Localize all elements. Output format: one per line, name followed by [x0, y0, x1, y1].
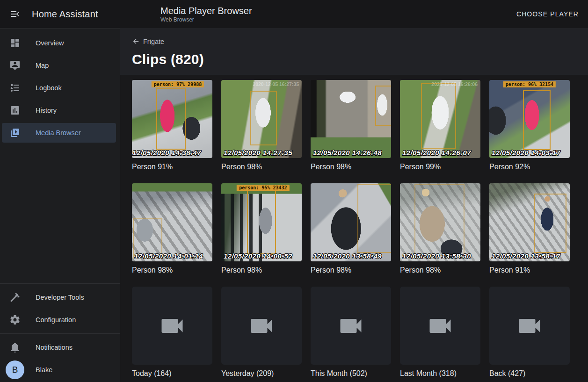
clip-thumbnail[interactable]: 12/05/2020 14:26:48	[311, 80, 391, 158]
clip-item[interactable]: 2020-12-05 16:26:06 12/05/2020 14:26:07 …	[400, 80, 480, 171]
play-box-multiple-icon	[9, 127, 21, 138]
timestamp-overlay: 12/05/2020 14:26:07	[402, 149, 471, 157]
hammer-icon	[9, 292, 21, 303]
bell-icon	[9, 342, 21, 353]
sidebar-item-label: Map	[36, 62, 49, 69]
timestamp-overlay: 12/05/2020 13:58:49	[313, 252, 382, 260]
menu-open-icon	[9, 8, 21, 20]
clip-item[interactable]: 2020-12-05 16:27:35 12/05/2020 14:27:35 …	[221, 80, 302, 171]
clip-caption: Person 99%	[400, 162, 480, 171]
clip-thumbnail[interactable]: person: 97% 29988 12/05/2020 14:38:47	[132, 80, 212, 158]
sidebar-item-overview[interactable]: Overview	[0, 32, 120, 54]
detection-box	[357, 184, 391, 253]
folder-caption: Back (427)	[489, 369, 570, 378]
clip-item[interactable]: person: 95% 23432 12/05/2020 14:00:52 Pe…	[221, 183, 302, 274]
sidebar-item-profile[interactable]: B Blake	[0, 359, 120, 381]
sidebar-item-label: Media Browser	[36, 129, 81, 137]
timestamp-overlay: 12/05/2020 14:03:17	[492, 149, 560, 157]
choose-player-button[interactable]: CHOOSE PLAYER	[509, 6, 586, 22]
clip-thumbnail[interactable]: 12/05/2020 13:58:30	[400, 183, 480, 261]
sidebar-item-label: Configuration	[36, 316, 76, 324]
detection-box	[375, 86, 391, 126]
sidebar-item-history[interactable]: History	[0, 99, 120, 122]
clip-caption: Person 98%	[221, 162, 302, 171]
sidebar-toggle-button[interactable]	[4, 3, 26, 25]
timestamp-overlay: 12/05/2020 13:58:17	[492, 252, 560, 260]
media-grid-area: person: 97% 29988 12/05/2020 14:38:47 Pe…	[120, 75, 588, 382]
media-grid: person: 97% 29988 12/05/2020 14:38:47 Pe…	[132, 80, 570, 378]
breadcrumb-label: Frigate	[143, 38, 164, 45]
folder-item-yesterday[interactable]: Yesterday (209)	[221, 287, 302, 378]
clip-item[interactable]: person: 96% 32154 12/05/2020 14:03:17 Pe…	[489, 80, 570, 171]
clip-thumbnail[interactable]: 12/05/2020 13:58:17	[489, 183, 570, 261]
folder-thumbnail[interactable]	[311, 287, 391, 365]
sidebar: Overview Map Logbook History Media Brows…	[0, 28, 120, 382]
clip-caption: Person 91%	[132, 162, 212, 171]
page-title: Clips (820)	[132, 51, 577, 67]
clip-thumbnail[interactable]: 12/05/2020 14:01:14	[132, 183, 212, 261]
folder-item-back[interactable]: Back (427)	[489, 287, 570, 378]
sidebar-item-map[interactable]: Map	[0, 54, 120, 77]
clip-item[interactable]: 12/05/2020 13:58:30 Person 98%	[400, 183, 480, 274]
folder-caption: Last Month (318)	[400, 369, 480, 378]
detection-label: person: 97% 29988	[152, 81, 204, 87]
clip-item[interactable]: 12/05/2020 13:58:49 Person 98%	[311, 183, 391, 274]
clip-item[interactable]: 12/05/2020 14:01:14 Person 98%	[132, 183, 212, 274]
timestamp-overlay: 12/05/2020 14:00:52	[224, 252, 292, 260]
app-bar: Home Assistant Media Player Browser Web …	[0, 0, 588, 28]
timestamp-overlay: 12/05/2020 13:58:30	[402, 252, 471, 260]
sidebar-divider	[0, 333, 120, 334]
clip-thumbnail[interactable]: person: 96% 32154 12/05/2020 14:03:17	[489, 80, 570, 158]
sidebar-item-label: Logbook	[36, 84, 62, 92]
folder-thumbnail[interactable]	[400, 287, 480, 365]
app-title: Home Assistant	[32, 9, 98, 20]
video-camera-icon	[426, 312, 454, 340]
folder-item-this-month[interactable]: This Month (502)	[311, 287, 391, 378]
avatar: B	[6, 360, 24, 379]
timestamp-overlay: 12/05/2020 14:27:35	[224, 149, 292, 157]
detection-box	[523, 90, 550, 151]
sidebar-item-label: Blake	[36, 366, 52, 374]
detection-label: person: 96% 32154	[503, 81, 556, 87]
video-camera-icon	[158, 312, 186, 340]
clip-thumbnail[interactable]: 12/05/2020 13:58:49	[311, 183, 391, 261]
chart-box-icon	[9, 105, 21, 116]
clip-item[interactable]: person: 97% 29988 12/05/2020 14:38:47 Pe…	[132, 80, 212, 171]
folder-item-today[interactable]: Today (164)	[132, 287, 212, 378]
folder-thumbnail[interactable]	[489, 287, 570, 365]
clip-caption: Person 98%	[400, 266, 480, 274]
sidebar-item-logbook[interactable]: Logbook	[0, 77, 120, 99]
folder-thumbnail[interactable]	[132, 287, 212, 365]
clip-caption: Person 91%	[489, 266, 570, 274]
sidebar-item-label: Notifications	[36, 344, 73, 351]
video-camera-icon	[337, 312, 365, 340]
clip-item[interactable]: 12/05/2020 14:26:48 Person 98%	[311, 80, 391, 171]
detection-box	[421, 83, 457, 149]
camera-timestamp-overlay: 2020-12-05 16:27:35	[253, 81, 299, 87]
video-camera-icon	[515, 312, 544, 340]
timestamp-overlay: 12/05/2020 14:38:47	[132, 149, 201, 157]
folder-item-last-month[interactable]: Last Month (318)	[400, 287, 480, 378]
clip-item[interactable]: 12/05/2020 13:58:17 Person 91%	[489, 183, 570, 274]
timestamp-overlay: 12/05/2020 14:26:48	[313, 149, 382, 157]
sidebar-item-label: Overview	[36, 39, 64, 47]
folder-thumbnail[interactable]	[221, 287, 302, 365]
clip-thumbnail[interactable]: person: 95% 23432 12/05/2020 14:00:52	[221, 183, 302, 261]
arrow-left-icon	[132, 37, 140, 45]
sidebar-item-developer-tools[interactable]: Developer Tools	[0, 286, 120, 309]
clip-caption: Person 98%	[311, 266, 391, 274]
sidebar-header: Home Assistant	[0, 0, 120, 28]
sidebar-item-configuration[interactable]: Configuration	[0, 309, 120, 331]
content-header: Frigate Clips (820)	[120, 28, 588, 75]
sidebar-item-label: Developer Tools	[36, 294, 84, 301]
clip-caption: Person 92%	[489, 162, 570, 171]
detection-box	[156, 88, 186, 149]
breadcrumb-back[interactable]: Frigate	[132, 37, 164, 45]
timestamp-overlay: 12/05/2020 14:01:14	[134, 252, 203, 260]
video-camera-icon	[247, 312, 276, 340]
detection-box	[250, 91, 277, 145]
clip-thumbnail[interactable]: 2020-12-05 16:27:35 12/05/2020 14:27:35	[221, 80, 302, 158]
sidebar-item-notifications[interactable]: Notifications	[0, 336, 120, 359]
clip-thumbnail[interactable]: 2020-12-05 16:26:06 12/05/2020 14:26:07	[400, 80, 480, 158]
sidebar-item-media-browser[interactable]: Media Browser	[0, 122, 120, 144]
